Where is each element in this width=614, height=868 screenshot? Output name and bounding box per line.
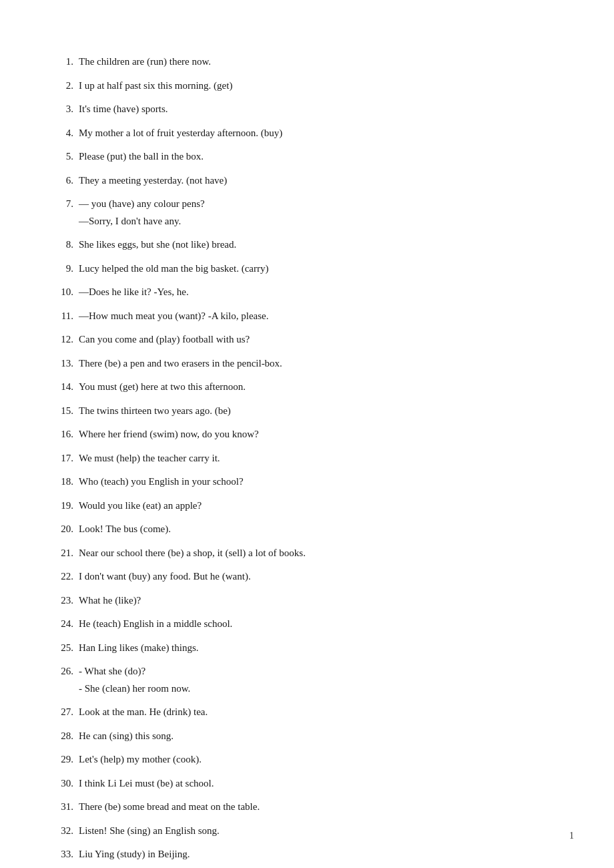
- line-text: There (be) some bread and meat on the ta…: [79, 799, 561, 816]
- list-item: 20.Look! The bus (come).: [53, 521, 561, 538]
- item-number: 31.: [53, 799, 79, 816]
- item-text: It's time (have) sports.: [79, 101, 561, 118]
- item-text: They a meeting yesterday. (not have): [79, 172, 561, 190]
- item-text: — you (have) any colour pens?—Sorry, I d…: [79, 196, 561, 230]
- item-number: 23.: [53, 592, 79, 610]
- item-text: The twins thirteen two years ago. (be): [79, 403, 561, 420]
- item-text: Can you come and (play) football with us…: [79, 331, 561, 349]
- line-text: Where her friend (swim) now, do you know…: [79, 426, 561, 443]
- item-number: 24.: [53, 616, 79, 633]
- item-number: 12.: [53, 331, 79, 349]
- list-item: 7.— you (have) any colour pens?—Sorry, I…: [53, 196, 561, 230]
- exercise-list: 1.The children are (run) there now.2.I u…: [53, 53, 561, 868]
- item-number: 9.: [53, 260, 79, 278]
- line-text: The twins thirteen two years ago. (be): [79, 403, 561, 420]
- page-number: 1: [569, 831, 574, 841]
- item-text: We must (help) the teacher carry it.: [79, 450, 561, 467]
- line-text: The children are (run) there now.: [79, 53, 561, 71]
- item-number: 30.: [53, 775, 79, 793]
- item-number: 14.: [53, 379, 79, 396]
- list-item: 28.He can (sing) this song.: [53, 728, 561, 745]
- item-number: 28.: [53, 728, 79, 745]
- line-text: Near our school there (be) a shop, it (s…: [79, 545, 561, 562]
- item-text: There (be) a pen and two erasers in the …: [79, 355, 561, 373]
- list-item: 9.Lucy helped the old man the big basket…: [53, 260, 561, 278]
- list-item: 1.The children are (run) there now.: [53, 53, 561, 71]
- item-text: Lucy helped the old man the big basket. …: [79, 260, 561, 278]
- item-text: Look at the man. He (drink) tea.: [79, 704, 561, 721]
- item-number: 6.: [53, 172, 79, 190]
- item-text: I don't want (buy) any food. But he (wan…: [79, 568, 561, 586]
- line-text: Let's (help) my mother (cook).: [79, 751, 561, 769]
- item-text: There (be) some bread and meat on the ta…: [79, 799, 561, 816]
- item-text: Who (teach) you English in your school?: [79, 473, 561, 491]
- line-text: Would you like (eat) an apple?: [79, 497, 561, 515]
- line-text: What he (like)?: [79, 592, 561, 610]
- list-item: 16.Where her friend (swim) now, do you k…: [53, 426, 561, 443]
- line-text: He can (sing) this song.: [79, 728, 561, 745]
- line-text: She likes eggs, but she (not like) bread…: [79, 236, 561, 254]
- item-number: 32.: [53, 823, 79, 840]
- line-text: Look! The bus (come).: [79, 521, 561, 538]
- item-number: 3.: [53, 101, 79, 118]
- item-text: Look! The bus (come).: [79, 521, 561, 538]
- list-item: 26.- What she (do)?- She (clean) her roo…: [53, 663, 561, 697]
- item-number: 4.: [53, 125, 79, 142]
- line-text: Liu Ying (study) in Beijing.: [79, 846, 561, 863]
- list-item: 5.Please (put) the ball in the box.: [53, 148, 561, 166]
- line-text: Can you come and (play) football with us…: [79, 331, 561, 349]
- list-item: 4.My mother a lot of fruit yesterday aft…: [53, 125, 561, 142]
- list-item: 33.Liu Ying (study) in Beijing.: [53, 846, 561, 863]
- list-item: 22.I don't want (buy) any food. But he (…: [53, 568, 561, 586]
- item-text: I up at half past six this morning. (get…: [79, 77, 561, 95]
- line-text: You must (get) here at two this afternoo…: [79, 379, 561, 396]
- list-item: 18.Who (teach) you English in your schoo…: [53, 473, 561, 491]
- item-number: 1.: [53, 53, 79, 71]
- item-number: 8.: [53, 236, 79, 254]
- item-text: The children are (run) there now.: [79, 53, 561, 71]
- line-text: —How much meat you (want)? -A kilo, plea…: [79, 308, 561, 325]
- item-number: 11.: [53, 308, 79, 325]
- item-text: Where her friend (swim) now, do you know…: [79, 426, 561, 443]
- item-number: 20.: [53, 521, 79, 538]
- list-item: 12.Can you come and (play) football with…: [53, 331, 561, 349]
- line-text: Please (put) the ball in the box.: [79, 148, 561, 166]
- item-number: 21.: [53, 545, 79, 562]
- line-text: I up at half past six this morning. (get…: [79, 77, 561, 95]
- line-text: Look at the man. He (drink) tea.: [79, 704, 561, 721]
- list-item: 24.He (teach) English in a middle school…: [53, 616, 561, 633]
- list-item: 17.We must (help) the teacher carry it.: [53, 450, 561, 467]
- line-text: Lucy helped the old man the big basket. …: [79, 260, 561, 278]
- item-text: He can (sing) this song.: [79, 728, 561, 745]
- item-text: What he (like)?: [79, 592, 561, 610]
- item-number: 33.: [53, 846, 79, 863]
- item-text: She likes eggs, but she (not like) bread…: [79, 236, 561, 254]
- line-text: It's time (have) sports.: [79, 101, 561, 118]
- line-text: He (teach) English in a middle school.: [79, 616, 561, 633]
- line-text: - She (clean) her room now.: [79, 680, 561, 698]
- list-item: 21.Near our school there (be) a shop, it…: [53, 545, 561, 562]
- line-text: Who (teach) you English in your school?: [79, 473, 561, 491]
- line-text: —Sorry, I don't have any.: [79, 213, 561, 230]
- item-number: 10.: [53, 284, 79, 301]
- list-item: 30.I think Li Lei must (be) at school.: [53, 775, 561, 793]
- item-text: Near our school there (be) a shop, it (s…: [79, 545, 561, 562]
- list-item: 8.She likes eggs, but she (not like) bre…: [53, 236, 561, 254]
- item-text: —How much meat you (want)? -A kilo, plea…: [79, 308, 561, 325]
- item-text: Please (put) the ball in the box.: [79, 148, 561, 166]
- line-text: There (be) a pen and two erasers in the …: [79, 355, 561, 373]
- item-number: 19.: [53, 497, 79, 515]
- item-number: 18.: [53, 473, 79, 491]
- line-text: — you (have) any colour pens?: [79, 196, 561, 213]
- item-number: 17.: [53, 450, 79, 467]
- list-item: 13.There (be) a pen and two erasers in t…: [53, 355, 561, 373]
- line-text: I think Li Lei must (be) at school.: [79, 775, 561, 793]
- item-text: Han Ling likes (make) things.: [79, 640, 561, 657]
- item-number: 15.: [53, 403, 79, 420]
- list-item: 15.The twins thirteen two years ago. (be…: [53, 403, 561, 420]
- list-item: 10.—Does he like it? -Yes, he.: [53, 284, 561, 301]
- list-item: 25.Han Ling likes (make) things.: [53, 640, 561, 657]
- item-text: Liu Ying (study) in Beijing.: [79, 846, 561, 863]
- item-text: —Does he like it? -Yes, he.: [79, 284, 561, 301]
- line-text: - What she (do)?: [79, 663, 561, 680]
